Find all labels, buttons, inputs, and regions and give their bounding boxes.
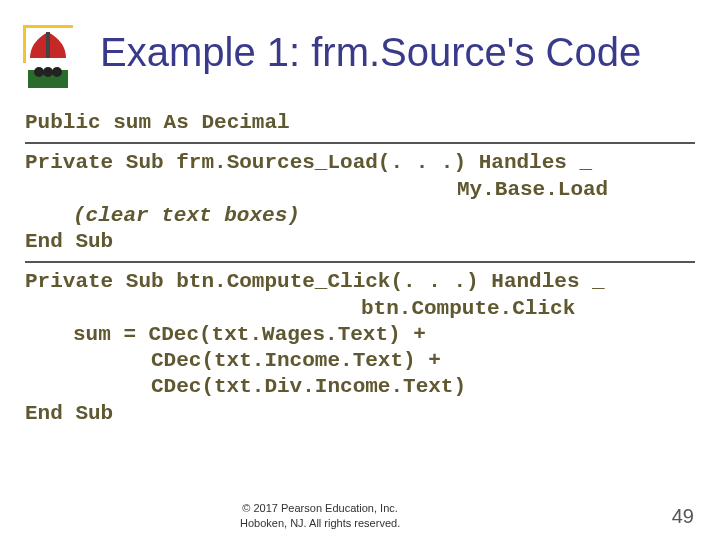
svg-rect-6 [23, 25, 26, 63]
code-line: sum = CDec(txt.Wages.Text) + [25, 322, 695, 348]
code-line: End Sub [25, 401, 695, 427]
code-block: Public sum As Decimal Private Sub frm.So… [25, 110, 695, 427]
page-number: 49 [672, 505, 694, 528]
svg-rect-5 [23, 25, 73, 28]
logo-icon [18, 20, 78, 90]
code-line: CDec(txt.Income.Text) + [25, 348, 695, 374]
code-line: Private Sub btn.Compute_Click(. . .) Han… [25, 269, 695, 295]
footer-line-2: Hoboken, NJ. All rights reserved. [240, 516, 400, 530]
code-line: CDec(txt.Div.Income.Text) [25, 374, 695, 400]
divider [25, 142, 695, 144]
divider [25, 261, 695, 263]
svg-point-3 [43, 67, 53, 77]
svg-rect-1 [46, 32, 50, 58]
code-line: btn.Compute.Click [25, 296, 695, 322]
svg-point-2 [34, 67, 44, 77]
code-line: (clear text boxes) [25, 203, 695, 229]
code-line: Public sum As Decimal [25, 110, 695, 136]
code-line: End Sub [25, 229, 695, 255]
copyright-footer: © 2017 Pearson Education, Inc. Hoboken, … [240, 501, 400, 530]
slide-title: Example 1: frm.Source's Code [100, 30, 641, 75]
footer-line-1: © 2017 Pearson Education, Inc. [240, 501, 400, 515]
code-line: Private Sub frm.Sources_Load(. . .) Hand… [25, 150, 695, 176]
svg-point-4 [52, 67, 62, 77]
code-line: My.Base.Load [25, 177, 695, 203]
